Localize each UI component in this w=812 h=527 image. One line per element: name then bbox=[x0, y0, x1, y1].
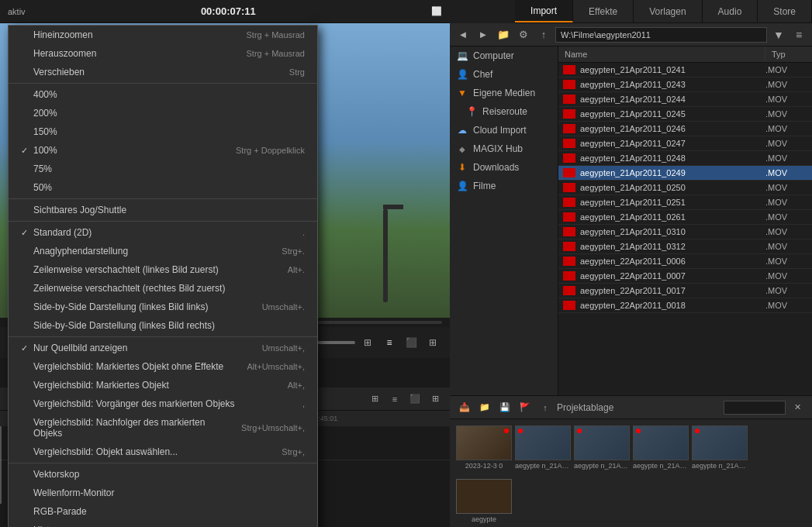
tree-item-computer[interactable]: 💻 Computer bbox=[450, 46, 558, 65]
menu-item[interactable]: ✓100%Strg + Doppelklick bbox=[9, 141, 317, 160]
menu-item-label: Nur Quellbild anzeigen bbox=[33, 343, 247, 353]
menu-item-label: RGB-Parade bbox=[33, 506, 305, 517]
file-row[interactable]: aegypten_22Apr2011_0007.MOV bbox=[558, 269, 812, 284]
menu-item[interactable]: ✓Vektorskop bbox=[9, 465, 317, 484]
tree-item-eigene[interactable]: ▼ Eigene Medien bbox=[450, 84, 558, 102]
grid-view-btn[interactable]: ⊞ bbox=[358, 333, 377, 352]
tree-item-magix[interactable]: ◆ MAGIX Hub bbox=[450, 140, 558, 158]
menu-item[interactable]: ✓50% bbox=[9, 178, 317, 197]
menu-item[interactable]: ✓Side-by-Side Darstellung (linkes Bild r… bbox=[9, 316, 317, 335]
fullscreen-icon[interactable]: ⬜ bbox=[431, 6, 442, 16]
up-btn[interactable]: ↑ bbox=[535, 26, 552, 43]
snap-btn[interactable]: ⬛ bbox=[402, 333, 420, 352]
tab-audio[interactable]: Audio bbox=[703, 0, 758, 22]
menu-item[interactable]: ✓RGB-Parade bbox=[9, 502, 317, 521]
menu-item-label: Standard (2D) bbox=[33, 227, 287, 238]
file-row[interactable]: aegypten_21Apr2011_0244.MOV bbox=[558, 92, 812, 107]
file-row[interactable]: aegypten_21Apr2011_0246.MOV bbox=[558, 122, 812, 136]
file-ext-label: .MOV bbox=[765, 301, 812, 310]
timeline-grid-btn[interactable]: ⊞ bbox=[366, 391, 383, 408]
menu-item[interactable]: ✓AnaglyphendarstellungStrg+. bbox=[9, 242, 317, 260]
view-options-btn[interactable]: ⊞ bbox=[423, 333, 442, 352]
folder-btn[interactable]: 📁 bbox=[495, 26, 512, 43]
project-add-btn[interactable]: 📥 bbox=[456, 399, 473, 416]
thumb-item-4[interactable]: aegypte n_21Ap... bbox=[633, 425, 689, 470]
file-name-label: aegypten_22Apr2011_0017 bbox=[580, 286, 765, 295]
tab-vorlagen[interactable]: Vorlagen bbox=[634, 0, 702, 22]
menu-shortcut: Umschalt+. bbox=[262, 302, 305, 312]
menu-item[interactable]: ✓400% bbox=[9, 85, 317, 104]
menu-item[interactable]: ✓200% bbox=[9, 104, 317, 122]
timeline-record-btn[interactable]: ⬛ bbox=[406, 391, 423, 408]
menu-shortcut: Strg+. bbox=[282, 246, 305, 256]
thumb-item-2[interactable]: aegypte n_21Ap... bbox=[515, 425, 571, 470]
menu-item[interactable]: ✓Standard (2D). bbox=[9, 223, 317, 242]
tree-item-cloud[interactable]: ☁ Cloud Import bbox=[450, 121, 558, 140]
file-row[interactable]: aegypten_21Apr2011_0312.MOV bbox=[558, 239, 812, 254]
menu-btn[interactable]: ≡ bbox=[790, 26, 807, 43]
menu-item[interactable]: ✓150% bbox=[9, 122, 317, 141]
menu-item[interactable]: ✓Vergleichsbild: Nachfolger des markiert… bbox=[9, 413, 317, 443]
project-close-btn[interactable]: ✕ bbox=[789, 399, 806, 416]
menu-item-label: Vergleichsbild: Nachfolger des markierte… bbox=[33, 417, 226, 439]
tab-effekte[interactable]: Effekte bbox=[573, 0, 634, 22]
file-thumbnail bbox=[563, 286, 575, 295]
thumb-item-1[interactable]: 2023-12-3 0 bbox=[456, 425, 512, 470]
menu-item[interactable]: ✓Zeilenweise verschachtelt (rechtes Bild… bbox=[9, 279, 317, 298]
file-row[interactable]: aegypten_21Apr2011_0249.MOV bbox=[558, 166, 812, 181]
timeline-more-btn[interactable]: ⊞ bbox=[427, 391, 444, 408]
menu-item[interactable]: ✓Histogramm bbox=[9, 521, 317, 527]
timeline-list-btn[interactable]: ≡ bbox=[386, 391, 403, 408]
tree-item-chef[interactable]: 👤 Chef bbox=[450, 65, 558, 84]
file-row[interactable]: aegypten_21Apr2011_0243.MOV bbox=[558, 78, 812, 92]
forward-btn[interactable]: ► bbox=[475, 26, 492, 43]
tab-store[interactable]: Store bbox=[758, 0, 812, 22]
menu-item[interactable]: ✓Side-by-Side Darstellung (linkes Bild l… bbox=[9, 298, 317, 316]
thumb-item-5[interactable]: aegypte n_21Ap... bbox=[692, 425, 748, 470]
file-row[interactable]: aegypten_21Apr2011_0241.MOV bbox=[558, 63, 812, 78]
file-name-label: aegypten_21Apr2011_0243 bbox=[580, 80, 765, 89]
file-ext-label: .MOV bbox=[765, 286, 812, 295]
tree-item-filme[interactable]: 👤 Filme bbox=[450, 177, 558, 195]
file-row[interactable]: aegypten_22Apr2011_0017.MOV bbox=[558, 284, 812, 298]
tab-import[interactable]: Import bbox=[515, 0, 573, 22]
file-row[interactable]: aegypten_21Apr2011_0248.MOV bbox=[558, 151, 812, 166]
list-view-btn[interactable]: ≡ bbox=[380, 333, 399, 352]
file-row[interactable]: aegypten_21Apr2011_0247.MOV bbox=[558, 136, 812, 151]
file-row[interactable]: aegypten_21Apr2011_0251.MOV bbox=[558, 195, 812, 210]
file-row[interactable]: aegypten_22Apr2011_0018.MOV bbox=[558, 298, 812, 313]
menu-item[interactable]: ✓HineinzoomenStrg + Mausrad bbox=[9, 26, 317, 44]
thumb-item-3[interactable]: aegypte n_21Ap... bbox=[574, 425, 630, 470]
menu-item[interactable]: ✓HerauszoomenStrg + Mausrad bbox=[9, 44, 317, 63]
menu-item[interactable]: ✓75% bbox=[9, 160, 317, 178]
file-row[interactable]: aegypten_21Apr2011_0245.MOV bbox=[558, 107, 812, 122]
menu-item[interactable]: ✓Vergleichsbild: Markiertes Objekt ohne … bbox=[9, 357, 317, 376]
file-row[interactable]: aegypten_21Apr2011_0250.MOV bbox=[558, 181, 812, 195]
file-row[interactable]: aegypten_22Apr2011_0006.MOV bbox=[558, 254, 812, 269]
menu-item[interactable]: ✓Sichtbares Jog/Shuttle bbox=[9, 201, 317, 219]
tree-item-reiseroute[interactable]: 📍 Reiseroute bbox=[450, 102, 558, 121]
menu-item[interactable]: ✓Vergleichsbild: Vorgänger des markierte… bbox=[9, 394, 317, 413]
settings-btn[interactable]: ⚙ bbox=[515, 26, 532, 43]
menu-item[interactable]: ✓VerschiebenStrg bbox=[9, 63, 317, 81]
menu-item[interactable]: ✓Zeilenweise verschachtelt (linkes Bild … bbox=[9, 260, 317, 279]
menu-item[interactable]: ✓Nur Quellbild anzeigenUmschalt+, bbox=[9, 339, 317, 357]
menu-item[interactable]: ✓Wellenform-Monitor bbox=[9, 484, 317, 502]
back-btn[interactable]: ◄ bbox=[454, 26, 472, 43]
file-name-label: aegypten_21Apr2011_0312 bbox=[580, 242, 765, 251]
project-up-btn[interactable]: ↑ bbox=[537, 399, 554, 416]
file-row[interactable]: aegypten_21Apr2011_0261.MOV bbox=[558, 210, 812, 225]
menu-separator bbox=[9, 336, 317, 337]
project-flag-btn[interactable]: 🚩 bbox=[517, 399, 534, 416]
project-search-input[interactable] bbox=[724, 401, 786, 415]
tree-item-downloads[interactable]: ⬇ Downloads bbox=[450, 158, 558, 177]
path-input[interactable] bbox=[555, 27, 767, 43]
project-save-btn[interactable]: 💾 bbox=[496, 399, 513, 416]
dropdown-btn[interactable]: ▼ bbox=[770, 26, 787, 43]
thumb-item-6[interactable]: aegypte bbox=[456, 479, 512, 523]
top-tabs: Import Effekte Vorlagen Audio Store bbox=[515, 0, 812, 23]
project-folder-btn[interactable]: 📁 bbox=[476, 399, 493, 416]
menu-item[interactable]: ✓Vergleichsbild: Markiertes ObjektAlt+, bbox=[9, 376, 317, 394]
file-row[interactable]: aegypten_21Apr2011_0310.MOV bbox=[558, 225, 812, 239]
menu-item[interactable]: ✓Vergleichsbild: Objekt auswählen...Strg… bbox=[9, 443, 317, 461]
